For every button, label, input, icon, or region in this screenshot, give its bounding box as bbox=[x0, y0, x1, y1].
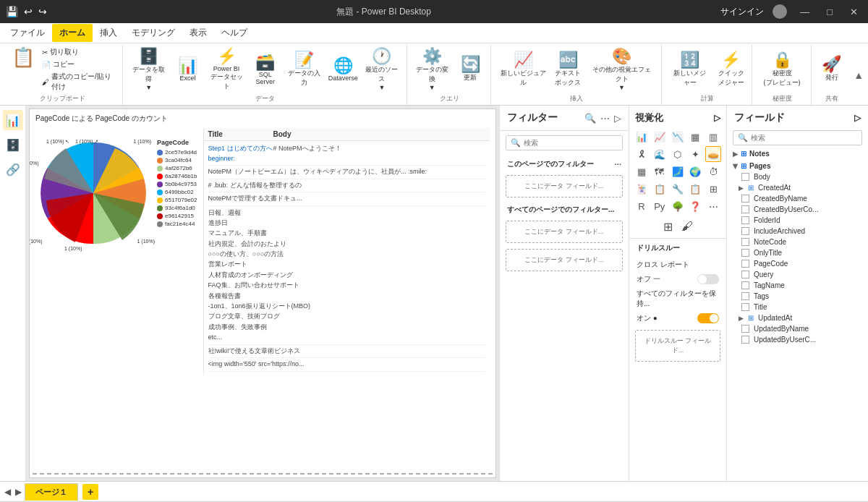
minimize-button[interactable]: — bbox=[796, 5, 814, 19]
on-toggle[interactable] bbox=[697, 313, 719, 323]
off-toggle[interactable] bbox=[697, 274, 719, 284]
viz-gauge[interactable]: ⏱ bbox=[705, 163, 721, 179]
viz-kpi[interactable]: 📋 bbox=[652, 181, 668, 197]
field-item-tags[interactable]: Tags bbox=[727, 291, 868, 302]
viz-azure-map[interactable]: 🌍 bbox=[687, 163, 703, 179]
get-data-button[interactable]: 🗄️ データを取得▼ bbox=[129, 47, 169, 93]
viz-map[interactable]: 🗺 bbox=[652, 163, 668, 179]
format-copy-button[interactable]: 🖌書式のコピー/貼り付け bbox=[41, 71, 118, 93]
nav-model-button[interactable]: 🔗 bbox=[3, 159, 23, 179]
filter-expand-icon[interactable]: ⋯ bbox=[600, 113, 610, 124]
viz-card[interactable]: 🃏 bbox=[634, 181, 650, 197]
field-item-pagecode[interactable]: PageCode bbox=[727, 258, 868, 269]
checkbox-updatedbyname[interactable] bbox=[741, 325, 749, 333]
viz-bar-chart[interactable]: 📊 bbox=[634, 129, 650, 145]
next-page-button[interactable]: ▶ bbox=[14, 485, 23, 498]
field-item-createdbyname[interactable]: CreatedByName bbox=[727, 193, 868, 204]
viz-stacked-bar[interactable]: ▦ bbox=[687, 129, 703, 145]
menu-insert[interactable]: 挿入 bbox=[93, 24, 124, 42]
viz-filled-map[interactable]: 🗾 bbox=[670, 163, 686, 179]
field-item-onlytitle[interactable]: OnlyTitle bbox=[727, 247, 868, 258]
nav-report-button[interactable]: 📊 bbox=[3, 110, 23, 130]
canvas-drop-zone[interactable]: ここにデータ フィールド... bbox=[506, 249, 623, 271]
viz-ai-decomp[interactable]: 🌳 bbox=[670, 198, 686, 214]
checkbox-updatedbyuserc[interactable] bbox=[741, 336, 749, 344]
viz-slicer[interactable]: 🔧 bbox=[670, 181, 686, 197]
canvas[interactable]: PageCode による PageCode のカウント bbox=[29, 109, 496, 478]
recent-sources-button[interactable]: 🕐 最近のソース▼ bbox=[362, 47, 401, 93]
fields-search-input[interactable] bbox=[751, 134, 857, 142]
checkbox-tagname[interactable] bbox=[741, 281, 749, 289]
nav-data-button[interactable]: 🗄️ bbox=[3, 135, 23, 155]
pie-chart[interactable]: 1 (10%) ↗ 1 (10%) 1 (10%) 1 (10%) 1 (10%… bbox=[35, 135, 151, 251]
viz-python[interactable]: Py bbox=[652, 198, 668, 214]
signin-button[interactable]: サインイン bbox=[720, 6, 764, 18]
new-visual-button[interactable]: 📈 新しいビジュアル bbox=[497, 51, 549, 89]
filter-search-icon[interactable]: 🔍 bbox=[584, 113, 596, 124]
viz-qna[interactable]: ❓ bbox=[687, 198, 703, 214]
all-pages-filter-header[interactable]: すべてのページでのフィルター... bbox=[500, 200, 629, 218]
data-input-button[interactable]: 📝 データの入力 bbox=[284, 51, 324, 89]
checkbox-tags[interactable] bbox=[741, 292, 749, 300]
ribbon-collapse-button[interactable]: ▲ bbox=[852, 45, 865, 105]
viz-scatter[interactable]: ✦ bbox=[687, 146, 703, 162]
viz-waterfall[interactable]: 🌊 bbox=[652, 146, 668, 162]
filter-search-input[interactable] bbox=[524, 139, 618, 147]
viz-funnel[interactable]: ⬡ bbox=[670, 146, 686, 162]
checkbox-createdbyname[interactable] bbox=[741, 195, 749, 203]
save-icon[interactable]: 💾 bbox=[6, 6, 18, 17]
prev-page-button[interactable]: ◀ bbox=[3, 485, 12, 498]
field-item-updatedbyname[interactable]: UpdatedByName bbox=[727, 323, 868, 334]
viz-r-visual[interactable]: R bbox=[634, 198, 650, 214]
fields-search-box[interactable]: 🔍 bbox=[733, 130, 862, 145]
field-item-tagname[interactable]: TagName bbox=[727, 280, 868, 291]
viz-expand-icon[interactable]: ▷ bbox=[714, 113, 720, 123]
quick-measure-button[interactable]: ⚡ クイックメジャー bbox=[715, 51, 747, 89]
checkbox-body[interactable] bbox=[741, 173, 749, 181]
paste-button[interactable]: 📋 bbox=[7, 46, 39, 93]
checkbox-includearchived[interactable] bbox=[741, 227, 749, 235]
field-item-updatedbyuserc[interactable]: UpdatedByUserC... bbox=[727, 334, 868, 345]
more-visuals-button[interactable]: 🎨 その他の視覚エフェクト▼ bbox=[587, 47, 656, 93]
page-tab-1[interactable]: ページ１ bbox=[25, 483, 78, 501]
menu-view[interactable]: 表示 bbox=[182, 24, 214, 42]
checkbox-folderid[interactable] bbox=[741, 216, 749, 224]
undo-icon[interactable]: ↩ bbox=[24, 6, 33, 17]
excel-button[interactable]: 📊 Excel bbox=[171, 56, 203, 83]
field-item-title[interactable]: Title bbox=[727, 302, 868, 312]
new-measure-button[interactable]: 🔢 新しいメジャー bbox=[668, 51, 712, 89]
fields-expand-icon[interactable]: ▷ bbox=[854, 113, 861, 123]
field-item-folderid[interactable]: FolderId bbox=[727, 215, 868, 226]
field-item-query[interactable]: Query bbox=[727, 269, 868, 280]
viz-area-chart[interactable]: 📉 bbox=[670, 129, 686, 145]
cut-button[interactable]: ✂切り取り bbox=[41, 46, 118, 58]
this-page-drop-zone[interactable]: ここにデータ フィールド... bbox=[506, 175, 623, 197]
field-item-createdbyuserco[interactable]: CreatedByUserCo... bbox=[727, 204, 868, 215]
all-pages-drop-zone[interactable]: ここにデータ フィールド... bbox=[506, 221, 623, 243]
sql-server-button[interactable]: 🗃️ SQLServer bbox=[250, 53, 281, 87]
field-item-createdat-group[interactable]: ▶ ⊞ CreatedAt bbox=[727, 182, 868, 193]
viz-stacked-bar-2[interactable]: ▥ bbox=[705, 129, 721, 145]
viz-treemap[interactable]: ▦ bbox=[634, 163, 650, 179]
viz-matrix[interactable]: ⊞ bbox=[705, 181, 721, 197]
publish-button[interactable]: 🚀 発行 bbox=[816, 55, 848, 84]
text-box-button[interactable]: 🔤 テキストボックス bbox=[552, 51, 584, 89]
transform-data-button[interactable]: ⚙️ データの変換▼ bbox=[413, 47, 452, 93]
sensitivity-button[interactable]: 🔒 秘密度(プレビュー) bbox=[761, 51, 804, 89]
user-avatar[interactable] bbox=[773, 4, 787, 19]
filter-search-box[interactable]: 🔍 bbox=[506, 135, 623, 150]
refresh-button[interactable]: 🔄 更新 bbox=[454, 55, 486, 84]
format-paint-icon[interactable]: 🖌 bbox=[680, 218, 694, 235]
menu-home[interactable]: ホーム bbox=[52, 24, 93, 42]
checkbox-query[interactable] bbox=[741, 271, 749, 278]
maximize-button[interactable]: □ bbox=[822, 5, 837, 19]
viz-pie-active active[interactable]: 🥧 bbox=[705, 146, 721, 162]
this-page-filter-header[interactable]: このページでのフィルター ⋯ bbox=[500, 155, 629, 172]
redo-icon[interactable]: ↪ bbox=[38, 6, 47, 17]
menu-file[interactable]: ファイル bbox=[3, 24, 52, 42]
field-item-includearchived[interactable]: IncludeArchived bbox=[727, 226, 868, 237]
checkbox-onlytitle[interactable] bbox=[741, 249, 749, 257]
add-page-button[interactable]: + bbox=[82, 484, 98, 500]
field-group-notes-header[interactable]: ▶ ⊞ Notes bbox=[727, 148, 868, 159]
viz-ribbon[interactable]: 🎗 bbox=[634, 146, 650, 162]
